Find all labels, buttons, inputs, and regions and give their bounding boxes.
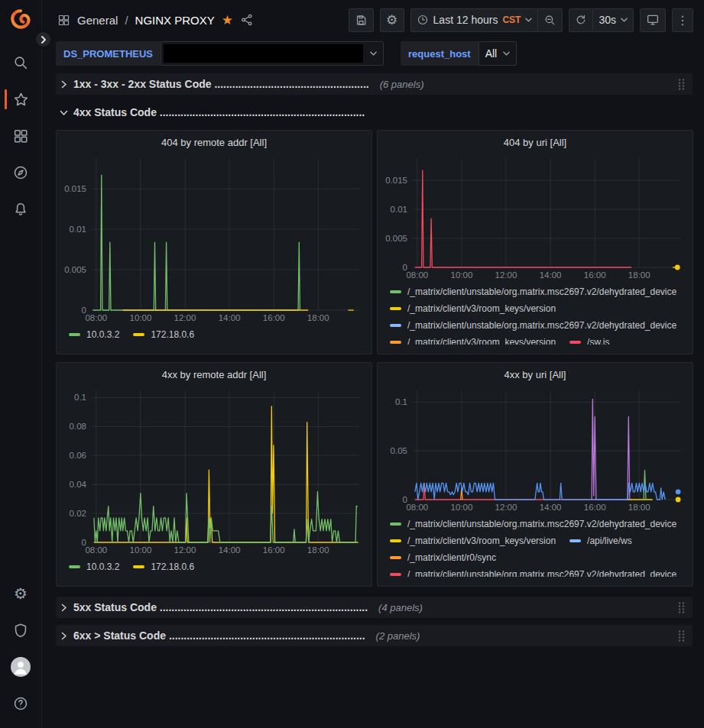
panel-title[interactable]: 404 by remote addr [All] — [63, 134, 365, 153]
breadcrumb: General / NGINX PROXY ★ — [57, 13, 254, 27]
time-series-chart[interactable]: 00.0050.010.01508:0010:0012:0014:0016:00… — [63, 153, 365, 324]
legend-item[interactable]: /_matrix/client/v3/room_keys/version — [390, 337, 556, 345]
legend-item[interactable]: /_matrix/client/unstable/org.matrix.msc2… — [390, 569, 676, 577]
variable-value-dropdown[interactable]: All — [479, 41, 517, 66]
time-range-picker[interactable]: Last 12 hours CST — [410, 8, 539, 32]
svg-text:08:00: 08:00 — [406, 503, 428, 512]
chevron-down-icon — [621, 18, 628, 22]
series-color-swatch — [390, 307, 401, 310]
legend-item[interactable]: /_matrix/client/v3/room_keys/version — [390, 535, 556, 546]
time-series-plot[interactable]: 00.050.108:0010:0012:0014:0016:0018:00 — [384, 385, 686, 513]
svg-text:12:00: 12:00 — [495, 270, 517, 280]
legend-item[interactable]: 10.0.3.2 — [69, 329, 119, 340]
series-color-swatch — [569, 341, 581, 344]
chevron-down-icon — [503, 51, 510, 56]
panel-title[interactable]: 4xx by remote addr [All] — [63, 367, 365, 385]
row-drag-handle[interactable] — [675, 600, 688, 616]
legend-item[interactable]: /_matrix/client/unstable/org.matrix.msc2… — [390, 519, 676, 529]
variable-request-host: request_host All — [401, 41, 517, 66]
sidebar-item-alerting[interactable] — [0, 191, 42, 228]
chevron-right-icon — [60, 80, 68, 89]
series-color-swatch — [390, 324, 401, 327]
sidebar-expand-button[interactable] — [34, 30, 53, 49]
refresh-group: 30s — [569, 8, 634, 32]
time-series-plot[interactable]: 00.020.040.060.080.108:0010:0012:0014:00… — [63, 385, 365, 556]
series-color-swatch — [133, 565, 144, 568]
variable-value-dropdown[interactable] — [161, 41, 384, 66]
sidebar-item-profile[interactable] — [0, 649, 42, 685]
svg-text:12:00: 12:00 — [174, 545, 196, 555]
svg-text:10:00: 10:00 — [451, 503, 473, 512]
row-drag-handle[interactable] — [675, 76, 688, 92]
time-series-chart[interactable]: 00.020.040.060.080.108:0010:0012:0014:00… — [63, 385, 365, 556]
help-icon — [12, 695, 29, 712]
grafana-logo[interactable] — [8, 8, 34, 34]
series-color-swatch — [390, 523, 401, 526]
legend-item[interactable]: /api/live/ws — [569, 535, 632, 546]
series-label: /_matrix/client/unstable/org.matrix.msc2… — [407, 286, 676, 297]
time-series-plot[interactable]: 00.0050.010.01508:0010:0012:0014:0016:00… — [63, 153, 365, 324]
legend-item[interactable]: 172.18.0.6 — [133, 329, 194, 340]
svg-text:08:00: 08:00 — [406, 270, 428, 280]
refresh-interval-picker[interactable]: 30s — [593, 8, 634, 32]
share-icon[interactable] — [240, 13, 254, 27]
series-color-swatch — [390, 573, 401, 576]
time-series-chart[interactable]: 00.050.108:0010:0012:0014:0016:0018:00 — [384, 385, 686, 513]
sidebar-item-search[interactable] — [0, 44, 42, 81]
refresh-dashboard-button[interactable] — [569, 8, 593, 32]
row-1xx-3xx-2xx[interactable]: 1xx - 3xx - 2xx Status Code ............… — [56, 73, 693, 95]
dashboard-title[interactable]: NGINX PROXY — [135, 14, 215, 27]
panel-title[interactable]: 4xx by uri [All] — [384, 367, 686, 385]
variable-label: request_host — [401, 41, 479, 66]
legend-item[interactable]: 10.0.3.2 — [69, 561, 119, 572]
series-color-swatch — [133, 333, 144, 336]
svg-text:0.08: 0.08 — [70, 422, 86, 431]
favorite-star-icon[interactable]: ★ — [222, 14, 233, 27]
series-label: 10.0.3.2 — [86, 329, 119, 340]
save-dashboard-button[interactable] — [349, 8, 374, 32]
series-label: 10.0.3.2 — [86, 561, 119, 572]
legend-item[interactable]: /_matrix/client/unstable/org.matrix.msc2… — [390, 320, 676, 331]
breadcrumb-folder[interactable]: General — [77, 14, 118, 27]
legend-item[interactable]: /sw.js — [569, 337, 609, 345]
legend-item[interactable]: 172.18.0.6 — [133, 561, 194, 572]
sidebar-item-help[interactable] — [0, 685, 42, 722]
row-5xx[interactable]: 5xx Status Code ........................… — [56, 597, 693, 618]
time-range-label: Last 12 hours — [433, 14, 498, 26]
more-options-button[interactable]: ⋮ — [672, 8, 693, 32]
panel-404-by-uri: 404 by uri [All] 00.0050.010.01508:0010:… — [377, 130, 693, 354]
top-navigation: General / NGINX PROXY ★ ⚙ Last 12 hours — [43, 0, 704, 40]
legend-item[interactable]: /_matrix/client/r0/sync — [390, 552, 496, 563]
zoom-out-time-button[interactable] — [538, 8, 563, 32]
legend-row: /_matrix/client/unstable/org.matrix.msc2… — [384, 317, 686, 334]
sidebar-item-dashboards[interactable] — [0, 118, 42, 154]
svg-text:0.015: 0.015 — [385, 176, 407, 185]
legend-item[interactable]: /_matrix/client/v3/room_keys/version — [390, 303, 556, 314]
row-4xx[interactable]: 4xx Status Code ........................… — [56, 102, 693, 123]
svg-text:18:00: 18:00 — [307, 313, 329, 322]
sidebar-item-explore[interactable] — [0, 154, 42, 191]
time-series-chart[interactable]: 00.0050.010.01508:0010:0012:0014:0016:00… — [384, 153, 686, 281]
dashboards-grid-icon — [12, 128, 29, 144]
series-color-swatch — [69, 333, 80, 336]
series-color-swatch — [69, 565, 80, 568]
series-label: /_matrix/client/v3/room_keys/version — [407, 535, 556, 546]
time-series-plot[interactable]: 00.0050.010.01508:0010:0012:0014:0016:00… — [384, 153, 686, 281]
panel-legend: 10.0.3.2172.18.0.6 — [63, 558, 365, 577]
series-label: /_matrix/client/unstable/org.matrix.msc2… — [407, 569, 676, 577]
row-panel-count: (6 panels) — [380, 79, 424, 90]
sidebar-item-starred[interactable] — [0, 81, 42, 118]
dashboard-settings-button[interactable]: ⚙ — [380, 8, 404, 32]
panel-4xx-by-uri: 4xx by uri [All] 00.050.108:0010:0012:00… — [377, 362, 693, 587]
row-6xx[interactable]: 6xx > Status Code ......................… — [56, 625, 693, 646]
tv-mode-button[interactable] — [640, 8, 666, 32]
sidebar-item-settings[interactable]: ⚙ — [0, 575, 42, 612]
row-drag-handle[interactable] — [675, 628, 688, 644]
panel-title[interactable]: 404 by uri [All] — [384, 134, 686, 153]
sidebar-item-server-admin[interactable] — [0, 612, 42, 649]
search-icon — [12, 54, 29, 71]
variable-label: DS_PROMETHEUS — [56, 41, 161, 66]
legend-row: /_matrix/client/unstable/org.matrix.msc2… — [384, 516, 686, 532]
legend-row: /_matrix/client/r0/sync — [384, 549, 686, 566]
legend-item[interactable]: /_matrix/client/unstable/org.matrix.msc2… — [390, 286, 676, 297]
